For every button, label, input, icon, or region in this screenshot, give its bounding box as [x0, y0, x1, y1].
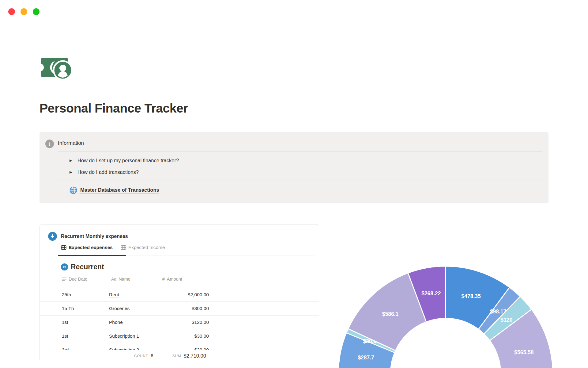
cell-name-link[interactable]: Phone: [109, 316, 123, 329]
notion-page: Personal Finance Tracker i Information ▶…: [0, 0, 588, 368]
donut-segment-label: $120: [501, 317, 513, 323]
count-label: COUNT: [134, 354, 148, 358]
toggle-label: How do I add transactions?: [77, 169, 139, 175]
master-database-link-label: Master Database of Transactions: [80, 187, 159, 194]
cell-name-link[interactable]: Groceries: [109, 302, 130, 315]
table-row: 15 ThGroceries$300.00: [40, 302, 319, 316]
callout-title[interactable]: Information: [58, 140, 84, 146]
master-database-link[interactable]: Master Database of Transactions: [70, 186, 159, 194]
zoom-button[interactable]: [33, 8, 40, 15]
page-money-icon[interactable]: [41, 56, 74, 81]
window-controls: [8, 8, 40, 15]
toggle-label: How do I set up my personal finance trac…: [77, 158, 179, 163]
divider: [58, 151, 542, 151]
card-header[interactable]: Recurrent Monthly expenses: [48, 232, 128, 241]
toggle-add-transactions[interactable]: ▶ How do I add transactions?: [70, 168, 139, 176]
view-tabs: Expected expenses Expected Income: [61, 245, 165, 250]
table-header-row: Due Date Aa Name # Amount: [40, 277, 319, 285]
count-value: 6: [151, 353, 153, 358]
toggle-triangle-icon: ▶: [70, 159, 73, 163]
sum-value: $2,710.00: [184, 353, 206, 359]
cell-name-link[interactable]: Subscription 1: [109, 329, 139, 343]
cell-due-date[interactable]: 25th: [62, 288, 71, 301]
sum-aggregate[interactable]: SUM $2,710.00: [172, 350, 206, 361]
expenses-donut-chart: $478.35$98.17$120$565.58$287.7$30.68$586…: [332, 260, 559, 368]
minimize-button[interactable]: [21, 8, 27, 15]
cell-amount[interactable]: $30.00: [194, 329, 209, 343]
cell-name-link[interactable]: Rent: [109, 288, 119, 301]
arrow-down-circle-icon: [48, 232, 57, 241]
cell-name-link[interactable]: Subscription 2: [109, 343, 139, 350]
table-row: 25thRent$2,000.00: [40, 288, 319, 302]
info-icon: i: [45, 140, 54, 148]
cell-amount[interactable]: $120.00: [192, 316, 209, 329]
information-callout: i Information ▶ How do I set up my perso…: [40, 132, 548, 203]
table-body: 25thRent$2,000.0015 ThGroceries$300.001s…: [40, 288, 319, 350]
donut-segment-label: $478.35: [462, 293, 481, 299]
donut-segment-label: $586.1: [382, 311, 399, 317]
column-label: Amount: [167, 277, 182, 282]
donut-segment-label: $565.58: [514, 349, 534, 355]
column-header-amount[interactable]: # Amount: [162, 277, 182, 282]
text-type-icon: Aa: [111, 277, 116, 282]
cell-due-date[interactable]: 3rd: [62, 343, 69, 350]
alias-arrows-icon: [61, 263, 68, 270]
globe-icon: [70, 186, 77, 194]
cell-due-date[interactable]: 1st: [62, 329, 68, 343]
toggle-triangle-icon: ▶: [70, 170, 73, 174]
active-tab-underline: [58, 255, 126, 256]
table-view-icon: [121, 245, 126, 250]
table-footer: COUNT 6 SUM $2,710.00: [40, 350, 319, 361]
count-aggregate[interactable]: COUNT 6: [134, 350, 153, 361]
section-title: Recurrent: [71, 263, 104, 271]
divider: [58, 181, 542, 181]
cell-due-date[interactable]: 1st: [62, 316, 68, 329]
list-icon: [62, 277, 66, 281]
close-button[interactable]: [8, 8, 15, 15]
recurrent-database-title[interactable]: Recurrent: [61, 263, 104, 271]
column-header-name[interactable]: Aa Name: [111, 277, 130, 282]
table-row: 1stSubscription 1$30.00: [40, 329, 319, 343]
cell-amount[interactable]: $20.00: [194, 343, 209, 350]
tab-label: Expected expenses: [69, 245, 113, 250]
number-type-icon: #: [162, 277, 165, 282]
recurrent-expenses-card: Recurrent Monthly expenses Expected expe…: [40, 224, 319, 361]
sum-label: SUM: [172, 354, 181, 358]
cell-amount[interactable]: $300.00: [192, 302, 209, 315]
card-title: Recurrent Monthly expenses: [61, 234, 128, 239]
tab-expected-expenses[interactable]: Expected expenses: [61, 245, 113, 250]
table-view-icon: [61, 245, 66, 250]
cell-due-date[interactable]: 15 Th: [62, 302, 74, 315]
column-label: Due Date: [69, 277, 87, 282]
tab-expected-income[interactable]: Expected Income: [121, 245, 165, 250]
column-label: Name: [119, 277, 130, 282]
table-row: 3rdSubscription 2$20.00: [40, 343, 319, 350]
donut-segment-label: $268.22: [421, 290, 441, 297]
table-row: 1stPhone$120.00: [40, 316, 319, 329]
cell-amount[interactable]: $2,000.00: [188, 288, 209, 301]
toggle-setup-question[interactable]: ▶ How do I set up my personal finance tr…: [70, 157, 179, 164]
column-header-due-date[interactable]: Due Date: [62, 277, 87, 282]
tab-label: Expected Income: [128, 245, 165, 250]
page-title[interactable]: Personal Finance Tracker: [40, 101, 188, 116]
donut-segment-label: $287.7: [358, 355, 374, 361]
